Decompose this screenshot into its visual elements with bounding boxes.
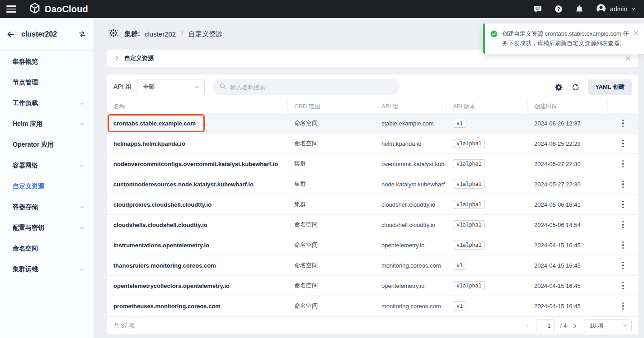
sidebar-item[interactable]: 命名空间 <box>0 238 94 259</box>
column-header-api-version: API 版本 <box>447 100 528 113</box>
kebab-menu-icon[interactable] <box>620 198 627 211</box>
table-row[interactable]: cloudshells.cloudshell.cloudtty.io命名空间cl… <box>107 215 638 235</box>
refresh-icon[interactable] <box>571 83 580 92</box>
settings-gear-icon[interactable] <box>555 83 563 92</box>
crd-scope-cell: 集群 <box>288 174 375 194</box>
resource-name-link[interactable]: thanosrulers.monitoring.coreos.com <box>113 262 216 269</box>
resource-name-link[interactable]: prometheuses.monitoring.coreos.com <box>113 303 221 310</box>
table-footer: 共 37 项 / 4 10 项 <box>107 316 638 334</box>
table-row[interactable]: cloudproxies.cloudshell.cloudtty.io集群clo… <box>107 194 638 215</box>
kebab-menu-icon[interactable] <box>620 259 627 272</box>
back-arrow-icon[interactable] <box>6 30 15 39</box>
sidebar-item[interactable]: 自定义资源 <box>0 176 94 197</box>
api-group-cell: monitoring.coreos.com <box>375 255 447 275</box>
actions-cell <box>608 235 638 255</box>
tab-close-icon[interactable] <box>625 56 631 61</box>
notifications-bell-icon[interactable] <box>575 5 584 14</box>
kebab-menu-icon[interactable] <box>620 178 627 191</box>
name-cell: thanosrulers.monitoring.coreos.com <box>107 255 288 275</box>
sidebar-menu: 集群概览节点管理工作负载Helm 应用Operator 应用容器网络自定义资源容… <box>0 51 94 280</box>
kebab-menu-icon[interactable] <box>620 239 627 252</box>
switch-cluster-icon[interactable] <box>78 30 86 38</box>
resource-name-link[interactable]: nodeovercommitconfigs.overcommit.katalys… <box>113 161 278 167</box>
cluster-dots-icon <box>107 27 120 41</box>
help-icon[interactable]: ? <box>554 5 563 14</box>
sidebar-item-label: 节点管理 <box>13 79 38 87</box>
resource-name-link[interactable]: crontabs.stable.example.com <box>113 120 196 127</box>
sidebar-item[interactable]: 节点管理 <box>0 72 94 93</box>
sidebar-cluster-header: cluster202 <box>0 18 94 51</box>
page-count: / 4 <box>560 322 567 329</box>
sidebar-item-label: Helm 应用 <box>13 120 42 128</box>
sidebar-item[interactable]: 工作负载 <box>0 93 94 114</box>
api-group-label: API 组 <box>113 83 132 91</box>
crd-scope-cell: 命名空间 <box>288 255 375 275</box>
resource-name-link[interactable]: instrumentations.opentelemetry.io <box>113 242 209 249</box>
kebab-menu-icon[interactable] <box>620 117 627 130</box>
actions-cell <box>608 134 638 153</box>
sidebar-item[interactable]: 容器网络 <box>0 155 94 176</box>
table-row[interactable]: opentelemetrycollectors.opentelemetry.io… <box>107 276 638 296</box>
api-version-cell: v1alpha1 <box>447 174 528 194</box>
table-row[interactable]: instrumentations.opentelemetry.io命名空间ope… <box>107 235 638 255</box>
previous-page-icon[interactable] <box>524 323 531 329</box>
kebab-menu-icon[interactable] <box>620 157 627 171</box>
chevron-right-icon[interactable] <box>114 54 120 62</box>
kebab-menu-icon[interactable] <box>620 137 627 150</box>
search-box[interactable] <box>213 79 400 95</box>
name-cell: crontabs.stable.example.com <box>107 113 288 133</box>
page-number-input[interactable] <box>536 319 555 332</box>
table-row[interactable]: customnoderesources.node.katalyst.kubewh… <box>107 174 638 194</box>
kebab-menu-icon[interactable] <box>620 300 627 313</box>
api-group-cell: node.katalyst.kubewharf.io <box>375 174 447 194</box>
sidebar-item[interactable]: Helm 应用 <box>0 114 94 134</box>
name-cell: prometheuses.monitoring.coreos.com <box>107 296 288 316</box>
sidebar-item-label: 工作负载 <box>13 99 38 107</box>
table-row[interactable]: helmapps.helm.kpanda.io命名空间helm.kpanda.i… <box>107 134 638 154</box>
crd-scope-cell: 命名空间 <box>288 235 375 255</box>
breadcrumb-cluster[interactable]: cluster202 <box>145 30 176 38</box>
page-size-select[interactable]: 10 项 <box>584 319 632 332</box>
chevron-down-icon <box>79 225 85 231</box>
created-time-cell: 2024-05-06 14:54 <box>528 215 608 235</box>
name-cell: instrumentations.opentelemetry.io <box>107 235 288 255</box>
table-row[interactable]: crontabs.stable.example.com命名空间stable.ex… <box>107 113 638 134</box>
sidebar-item[interactable]: 集群运维 <box>0 259 94 280</box>
tab-title[interactable]: 自定义资源 <box>124 54 154 62</box>
column-header-name: 名称 <box>107 100 288 113</box>
api-group-select[interactable]: 全部 <box>137 79 205 95</box>
resource-name-link[interactable]: customnoderesources.node.katalyst.kubewh… <box>113 181 254 188</box>
messages-icon[interactable] <box>533 5 542 14</box>
sidebar-item[interactable]: 配置与密钥 <box>0 218 94 238</box>
page-size-value: 10 项 <box>590 322 622 330</box>
user-menu[interactable]: admin <box>596 3 636 15</box>
resource-name-link[interactable]: cloudproxies.cloudshell.cloudtty.io <box>113 201 212 208</box>
table-row[interactable]: thanosrulers.monitoring.coreos.com命名空间mo… <box>107 255 638 276</box>
api-version-cell: v1alpha1 <box>447 194 528 214</box>
search-input[interactable] <box>230 84 393 91</box>
sidebar-item[interactable]: Operator 应用 <box>0 134 94 155</box>
created-time-cell: 2024-06-26 12:37 <box>528 113 608 133</box>
created-time-cell: 2024-04-15 16:45 <box>528 235 608 255</box>
yaml-create-button[interactable]: YAML 创建 <box>588 79 632 95</box>
menu-toggle-icon[interactable] <box>6 5 16 12</box>
name-cell: opentelemetrycollectors.opentelemetry.io <box>107 276 288 296</box>
name-cell: cloudproxies.cloudshell.cloudtty.io <box>107 194 288 214</box>
crd-scope-cell: 命名空间 <box>288 296 375 316</box>
kebab-menu-icon[interactable] <box>620 279 627 292</box>
toast-close-icon[interactable] <box>633 30 639 36</box>
created-time-cell: 2024-05-27 22:30 <box>528 154 608 174</box>
table-row[interactable]: prometheuses.monitoring.coreos.com命名空间mo… <box>107 296 638 316</box>
sidebar-item[interactable]: 容器存储 <box>0 197 94 218</box>
resource-name-link[interactable]: opentelemetrycollectors.opentelemetry.io <box>113 282 230 289</box>
brand-logo[interactable]: DaoCloud <box>29 2 88 16</box>
kebab-menu-icon[interactable] <box>620 218 627 232</box>
table-row[interactable]: nodeovercommitconfigs.overcommit.katalys… <box>107 154 638 174</box>
created-time-cell: 2024-04-15 16:45 <box>528 276 608 296</box>
sidebar-item[interactable]: 集群概览 <box>0 51 94 72</box>
crd-scope-cell: 命名空间 <box>288 113 375 133</box>
resource-name-link[interactable]: helmapps.helm.kpanda.io <box>113 140 185 147</box>
resource-name-link[interactable]: cloudshells.cloudshell.cloudtty.io <box>113 222 207 228</box>
success-check-icon <box>490 30 498 38</box>
next-page-icon[interactable] <box>572 323 578 329</box>
